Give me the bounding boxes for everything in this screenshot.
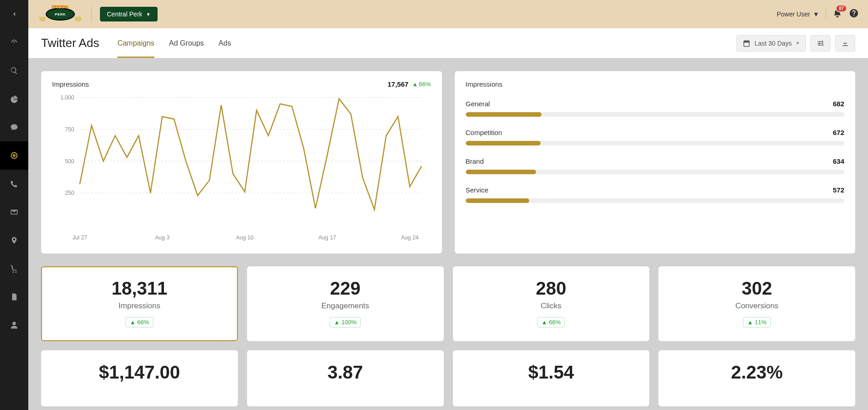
nav-user[interactable] — [0, 311, 28, 339]
impressions-breakdown-card: Impressions General 682 Competition 672 … — [455, 71, 856, 254]
kpi-card[interactable]: 2.23% — [658, 350, 855, 406]
kpi-card[interactable]: 18,311 Impressions ▲ 66% — [41, 266, 238, 341]
chart-area: 2505007501,000 Jul 27Aug 3Aug 10Aug 17Au… — [52, 93, 431, 244]
bar-value: 634 — [833, 157, 844, 165]
tab-ads[interactable]: Ads — [219, 29, 231, 58]
kpi-card[interactable]: $1,147.00 — [41, 350, 238, 406]
kpi-row-2: $1,147.003.87$1.542.23% — [41, 350, 855, 406]
nav-email[interactable] — [0, 198, 28, 226]
svg-text:500: 500 — [65, 158, 74, 164]
svg-text:250: 250 — [65, 190, 74, 196]
kpi-label: Impressions — [51, 301, 228, 311]
nav-docs[interactable] — [0, 283, 28, 311]
bar-value: 672 — [833, 129, 844, 136]
kpi-value: $1,147.00 — [51, 362, 228, 383]
document-chart-icon — [10, 293, 18, 301]
bar-value: 572 — [833, 186, 844, 194]
chart-label: Impressions — [52, 80, 89, 88]
bar-fill — [466, 170, 536, 174]
subbar: Twitter Ads Campaigns Ad Groups Ads Last… — [28, 28, 868, 58]
target-icon — [10, 151, 18, 160]
separator — [826, 9, 826, 19]
nav-location[interactable] — [0, 226, 28, 254]
svg-text:750: 750 — [65, 126, 74, 133]
caret-down-icon: ▼ — [146, 12, 151, 17]
bar-track — [466, 198, 845, 203]
settings-button[interactable] — [810, 35, 831, 52]
chart-delta: ▲ 66% — [412, 81, 431, 88]
nav-dashboard[interactable] — [0, 28, 28, 57]
tab-ad-groups[interactable]: Ad Groups — [169, 29, 204, 58]
pie-chart-icon — [10, 95, 18, 103]
bar-track — [466, 112, 845, 117]
tab-campaigns[interactable]: Campaigns — [117, 29, 154, 58]
bar-label: Brand — [466, 157, 484, 165]
bar-fill — [466, 198, 529, 203]
user-label: Power User — [777, 10, 810, 18]
svg-text:Aug 3: Aug 3 — [155, 234, 170, 241]
gauge-icon — [10, 38, 18, 47]
bar-fill — [466, 141, 541, 145]
kpi-delta: ▲ 66% — [537, 317, 565, 327]
sidebar-collapse-toggle[interactable] — [0, 0, 28, 28]
nav-reports[interactable] — [0, 85, 28, 113]
kpi-card[interactable]: 3.87 — [247, 350, 444, 406]
kpi-row: 18,311 Impressions ▲ 66% 229 Engagements… — [41, 266, 855, 341]
bars-title: Impressions — [466, 80, 845, 88]
kpi-value: 229 — [257, 278, 434, 299]
kpi-label: Conversions — [668, 301, 845, 311]
caret-down-icon: ▼ — [795, 41, 800, 46]
kpi-value: 3.87 — [257, 362, 434, 383]
help-button[interactable] — [849, 8, 859, 21]
bar-row: Service 572 — [466, 186, 845, 203]
nav-commerce[interactable] — [0, 254, 28, 283]
date-range-label: Last 30 Days — [754, 40, 792, 47]
kpi-label: Clicks — [463, 301, 640, 311]
mail-icon — [10, 208, 18, 216]
svg-text:Jul 27: Jul 27 — [73, 234, 87, 241]
svg-text:Aug 17: Aug 17 — [319, 234, 336, 241]
download-button[interactable] — [835, 35, 855, 52]
brand-dropdown-label: Central Perk — [107, 10, 142, 18]
date-range-dropdown[interactable]: Last 30 Days ▼ — [736, 35, 806, 52]
nav-search[interactable] — [0, 57, 28, 85]
kpi-value: $1.54 — [463, 362, 640, 383]
brand-dropdown[interactable]: Central Perk ▼ — [100, 7, 158, 21]
kpi-value: 302 — [668, 278, 845, 299]
phone-icon — [10, 180, 18, 188]
svg-text:Aug 24: Aug 24 — [401, 234, 418, 241]
bar-row: Brand 634 — [466, 157, 845, 174]
search-icon — [10, 67, 18, 75]
bar-track — [466, 141, 845, 145]
chart-total: 17,567 — [388, 80, 409, 88]
kpi-card[interactable]: 302 Conversions ▲ 11% — [658, 266, 855, 341]
nav-chat[interactable] — [0, 113, 28, 141]
impressions-chart-card: Impressions 17,567 ▲ 66% 2505007501,000 — [41, 71, 442, 254]
kpi-value: 280 — [463, 278, 640, 299]
kpi-delta: ▲ 11% — [743, 317, 771, 327]
notifications-button[interactable]: 87 — [832, 8, 842, 20]
bar-label: General — [466, 100, 490, 108]
svg-text:Aug 10: Aug 10 — [236, 234, 253, 241]
bar-fill — [466, 112, 542, 117]
user-dropdown[interactable]: Power User ▼ — [777, 10, 819, 18]
chevron-left-icon — [10, 10, 18, 18]
content: Impressions 17,567 ▲ 66% 2505007501,000 — [28, 58, 868, 410]
nav-calls[interactable] — [0, 170, 28, 198]
caret-down-icon: ▼ — [813, 10, 819, 18]
chat-icon — [10, 123, 18, 131]
svg-text:1,000: 1,000 — [60, 94, 74, 101]
nav-ads[interactable] — [0, 141, 28, 170]
sliders-icon — [816, 39, 825, 47]
bar-label: Competition — [466, 129, 502, 136]
kpi-delta: ▲ 100% — [330, 317, 361, 327]
notifications-badge: 87 — [836, 5, 847, 12]
kpi-card[interactable]: $1.54 — [453, 350, 650, 406]
bar-row: General 682 — [466, 100, 845, 117]
kpi-card[interactable]: 229 Engagements ▲ 100% — [247, 266, 444, 341]
main: PERK Central Perk ▼ Power User ▼ 87 — [28, 0, 868, 410]
brand-logo[interactable]: PERK — [37, 4, 83, 24]
kpi-card[interactable]: 280 Clicks ▲ 66% — [453, 266, 650, 341]
kpi-delta: ▲ 66% — [126, 317, 153, 327]
page-title: Twitter Ads — [41, 36, 99, 50]
